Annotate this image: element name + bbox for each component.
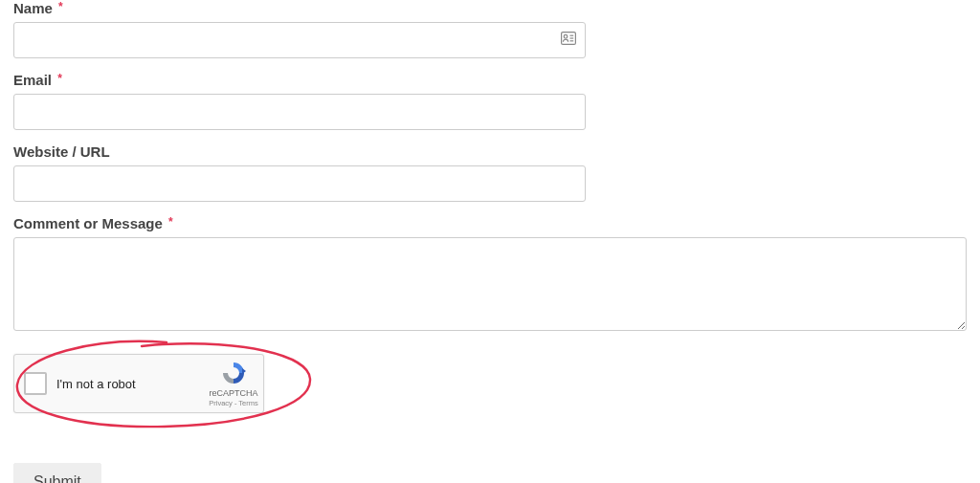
website-field-group: Website / URL xyxy=(13,143,967,202)
comment-label-text: Comment or Message xyxy=(13,215,163,231)
name-label-text: Name xyxy=(13,0,53,16)
website-label: Website / URL xyxy=(13,143,967,160)
required-mark: * xyxy=(168,215,173,229)
recaptcha-widget: I'm not a robot reCAPTCHA Privacy - Term… xyxy=(13,354,264,413)
website-input[interactable] xyxy=(13,165,586,202)
comment-field-group: Comment or Message * xyxy=(13,215,967,331)
contact-card-icon xyxy=(561,32,576,49)
email-input[interactable] xyxy=(13,94,586,130)
comment-label: Comment or Message * xyxy=(13,215,967,231)
recaptcha-checkbox[interactable] xyxy=(24,372,47,395)
name-input[interactable] xyxy=(13,22,586,58)
website-label-text: Website / URL xyxy=(13,143,110,160)
email-label-text: Email xyxy=(13,72,52,88)
svg-marker-5 xyxy=(242,368,246,374)
name-input-wrap xyxy=(13,22,586,58)
recaptcha-legal-links: Privacy - Terms xyxy=(204,399,263,407)
name-label: Name * xyxy=(13,0,967,16)
recaptcha-privacy-link[interactable]: Privacy xyxy=(209,399,233,407)
recaptcha-brand-text: reCAPTCHA xyxy=(204,388,263,399)
svg-point-1 xyxy=(564,34,568,38)
recaptcha-label: I'm not a robot xyxy=(56,377,204,391)
comment-textarea[interactable] xyxy=(13,237,967,331)
email-label: Email * xyxy=(13,72,967,88)
email-field-group: Email * xyxy=(13,72,967,130)
required-mark: * xyxy=(58,0,63,13)
name-field-group: Name * xyxy=(13,0,967,58)
recaptcha-icon xyxy=(220,360,247,386)
submit-button[interactable]: Submit xyxy=(13,463,101,483)
recaptcha-branding: reCAPTCHA Privacy - Terms xyxy=(204,360,263,407)
captcha-row: I'm not a robot reCAPTCHA Privacy - Term… xyxy=(13,354,967,440)
recaptcha-terms-link[interactable]: Terms xyxy=(238,399,257,407)
required-mark: * xyxy=(57,72,62,85)
